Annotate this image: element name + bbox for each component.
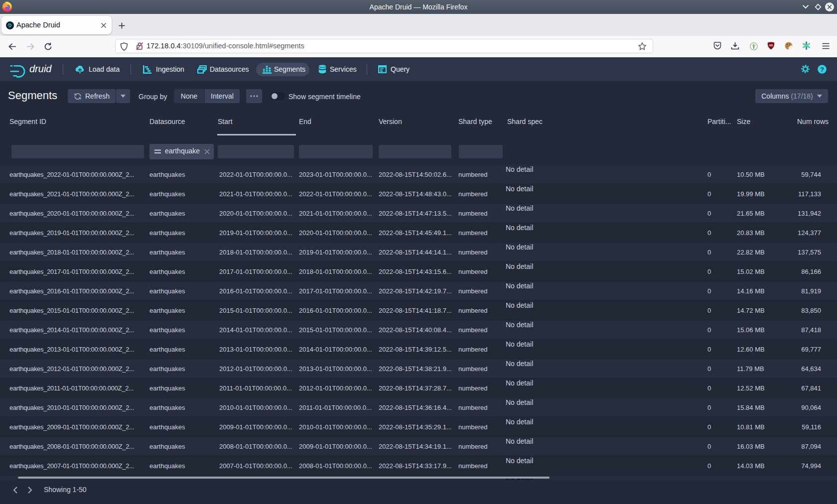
svg-text:?: ? [820,66,824,73]
svg-text:UO: UO [769,44,773,47]
